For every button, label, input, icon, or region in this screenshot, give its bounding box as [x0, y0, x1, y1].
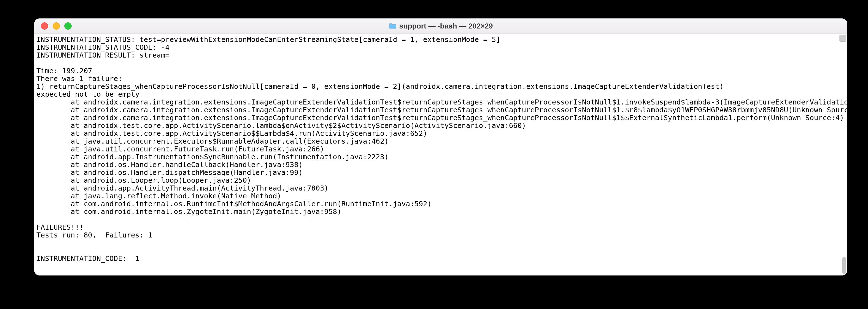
scrollbar-thumb[interactable] — [842, 257, 846, 274]
zoom-button[interactable] — [64, 22, 72, 30]
scrollbar-up-icon[interactable] — [839, 35, 846, 42]
minimize-button[interactable] — [53, 22, 60, 30]
window-title-group: support — -bash — 202×29 — [34, 22, 847, 30]
window-title: support — -bash — 202×29 — [399, 22, 493, 30]
folder-icon — [389, 23, 397, 29]
terminal-window: support — -bash — 202×29 INSTRUMENTATION… — [34, 19, 847, 275]
window-controls — [34, 22, 72, 30]
titlebar[interactable]: support — -bash — 202×29 — [34, 19, 847, 34]
scrollbar[interactable] — [839, 34, 847, 275]
terminal-output[interactable]: INSTRUMENTATION_STATUS: test=previewWith… — [34, 34, 847, 265]
close-button[interactable] — [41, 22, 48, 30]
terminal-body[interactable]: INSTRUMENTATION_STATUS: test=previewWith… — [34, 34, 847, 275]
